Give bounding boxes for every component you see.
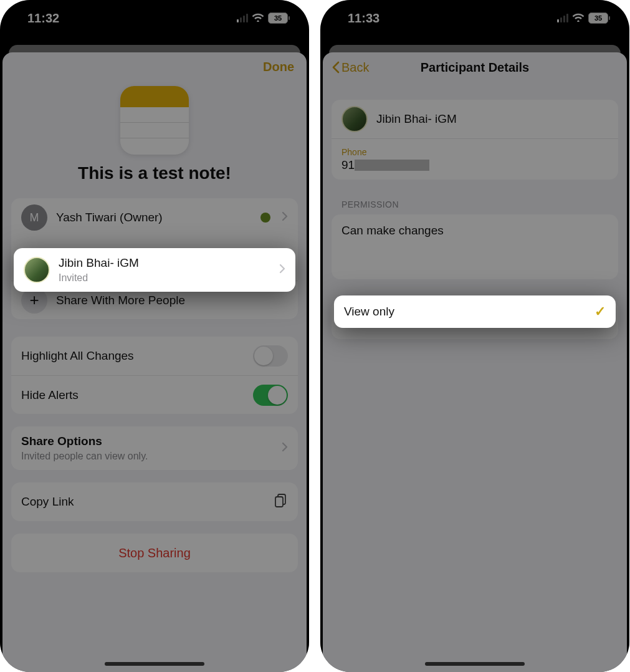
copy-link-row[interactable]: Copy Link: [11, 482, 298, 521]
status-time: 11:32: [27, 11, 59, 26]
battery-icon: 35: [268, 12, 288, 24]
permission-header: PERMISSION: [323, 199, 627, 214]
stop-sharing-row[interactable]: Stop Sharing: [11, 534, 298, 572]
participant-row-owner[interactable]: M Yash Tiwari (Owner): [11, 198, 298, 237]
chevron-right-icon: [279, 264, 285, 276]
redacted-block: [355, 160, 429, 171]
chevron-right-icon: [282, 442, 288, 454]
copy-link-group: Copy Link: [11, 482, 298, 521]
participant-name: Yash Tiwari (Owner): [56, 211, 252, 224]
home-indicator: [105, 662, 204, 666]
notes-app-icon: [120, 86, 189, 155]
participant-header-row: Jibin Bhai- iGM: [332, 100, 618, 138]
hide-alerts-toggle[interactable]: [253, 385, 288, 406]
settings-group: Highlight All Changes Hide Alerts: [11, 337, 298, 414]
wifi-icon: [252, 11, 264, 26]
contact-group: Jibin Bhai- iGM Phone 91: [332, 100, 618, 180]
avatar: M: [21, 204, 47, 231]
chevron-right-icon: [282, 211, 288, 224]
avatar: [341, 106, 368, 132]
cellular-icon: [237, 14, 248, 22]
done-button[interactable]: Done: [263, 60, 294, 74]
note-title: This is a test note!: [2, 163, 307, 183]
status-time: 11:33: [348, 11, 379, 26]
copy-icon: [274, 493, 288, 511]
share-sheet: Done This is a test note! M Yash Tiwari …: [2, 52, 307, 672]
status-bar: 11:33 35: [320, 0, 629, 36]
phone-label: Phone: [341, 147, 608, 157]
avatar: [24, 257, 50, 283]
presence-dot-icon: [260, 213, 270, 223]
svg-rect-1: [275, 497, 283, 507]
permission-can-edit-row[interactable]: Can make changes: [332, 214, 618, 247]
permission-view-only-row-highlighted[interactable]: View only ✓: [334, 295, 616, 328]
home-indicator: [425, 662, 525, 666]
checkmark-icon: ✓: [594, 304, 606, 320]
status-bar: 11:32 35: [0, 0, 309, 36]
status-indicators: 35: [237, 11, 288, 26]
phone-row[interactable]: Phone 91: [332, 138, 618, 180]
highlight-changes-toggle[interactable]: [253, 345, 288, 367]
share-options-row[interactable]: Share Options Invited people can view on…: [11, 426, 298, 470]
phone-number: 91: [341, 158, 608, 172]
share-options-group: Share Options Invited people can view on…: [11, 426, 298, 470]
participant-name: Jibin Bhai- iGM: [59, 256, 270, 270]
phone-left: 11:32 35 Done This is a test note! M Yas…: [0, 0, 309, 672]
hide-alerts-row[interactable]: Hide Alerts: [11, 375, 298, 414]
participant-details-sheet: Back Participant Details Jibin Bhai- iGM…: [323, 52, 627, 672]
phone-right: 11:33 35 Back Participant Details Jibin …: [320, 0, 629, 672]
back-button[interactable]: Back: [332, 60, 369, 75]
participant-row-highlighted[interactable]: Jibin Bhai- iGM Invited: [14, 248, 295, 292]
wifi-icon: [572, 11, 585, 26]
permission-group: Can make changes .: [332, 214, 618, 279]
battery-icon: 35: [588, 12, 608, 24]
stop-sharing-group: Stop Sharing: [11, 534, 298, 572]
cellular-icon: [557, 14, 568, 22]
highlight-changes-row[interactable]: Highlight All Changes: [11, 337, 298, 375]
status-indicators: 35: [557, 11, 608, 26]
participant-status: Invited: [59, 272, 270, 284]
